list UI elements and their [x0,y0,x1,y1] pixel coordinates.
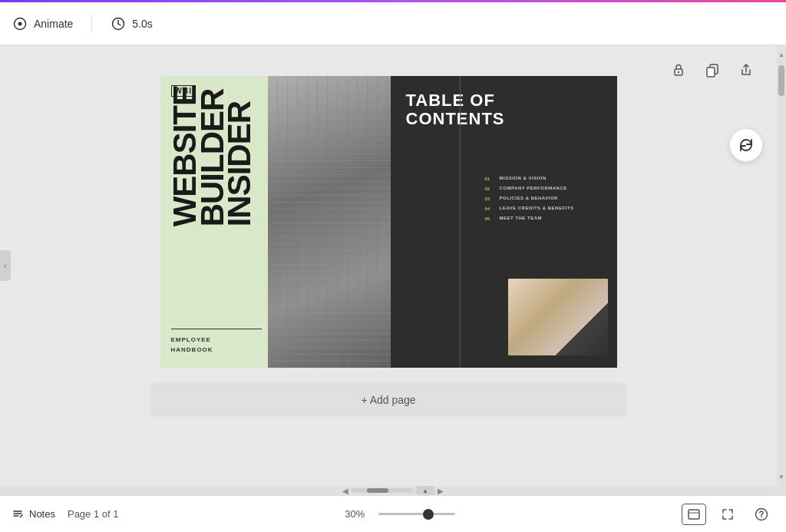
svg-rect-8 [707,68,715,77]
toc-header: TABLE OFCONTENTS [391,76,617,128]
refresh-button[interactable] [729,128,763,162]
subtitle-block: EMPLOYEE HANDBOOK [171,329,262,355]
add-page-button[interactable]: + Add page [150,383,626,417]
right-scroll-arrow[interactable]: ▶ [438,487,444,495]
notes-button[interactable]: Notes [12,508,55,520]
canvas-area: ‹ [0,45,777,486]
page-left[interactable]: WBI WEBSITEBUILDERINSIDER EMPLOYEE HANDB… [160,76,391,368]
scroll-up-arrow[interactable]: ▲ [777,47,786,62]
topbar: Animate 5.0s [0,2,786,45]
add-page-label: + Add page [361,394,415,406]
svg-line-4 [118,24,121,25]
topbar-divider [91,15,92,33]
svg-point-6 [678,71,679,73]
zoom-percentage: 30% [345,508,372,520]
text-column: WBI WEBSITEBUILDERINSIDER EMPLOYEE HANDB… [160,76,268,368]
statusbar: Notes Page 1 of 1 30% [0,495,786,532]
scroll-thumb[interactable] [778,65,784,96]
clock-icon [111,16,126,31]
duration-button[interactable]: 5.0s [111,16,152,31]
svg-rect-12 [689,510,699,519]
scroll-down-arrow[interactable]: ▼ [777,469,786,484]
page-left-content: WBI WEBSITEBUILDERINSIDER EMPLOYEE HANDB… [160,76,391,368]
page-indicator-button[interactable] [682,504,706,525]
statusbar-right [682,502,774,527]
toc-item-4: 04 LEAVE CREDITS & BENEFITS [485,206,608,211]
copy-button[interactable] [700,58,725,82]
building-texture [268,76,391,368]
zoom-slider-thumb[interactable] [423,509,434,520]
subtitle-line2: HANDBOOK [171,345,262,355]
animate-icon [12,16,28,31]
toc-photo-inner [508,279,608,355]
animate-button[interactable]: Animate [12,16,73,31]
toc-item-2: 02 COMPANY PERFORMANCE [485,186,608,191]
right-scrollbar[interactable]: ▲ ▼ [777,45,786,486]
expand-button[interactable] [715,502,740,527]
toc-photo [508,279,608,355]
page-info: Page 1 of 1 [68,508,119,520]
toc-items: 01 MISSION & VISION 02 COMPANY PERFORMAN… [485,176,608,226]
statusbar-center: 30% [345,508,455,520]
page-right[interactable]: TABLE OFCONTENTS 01 MISSION & VISION 02 … [391,76,617,368]
building-image [268,76,391,368]
left-panel-toggle[interactable]: ‹ [0,250,11,281]
pages-container: WBI WEBSITEBUILDERINSIDER EMPLOYEE HANDB… [160,76,617,368]
svg-point-15 [761,517,762,518]
toc-item-5: 05 MEET THE TEAM [485,216,608,221]
notes-label: Notes [29,508,55,520]
subtitle-line1: EMPLOYEE [171,335,262,345]
svg-point-1 [18,21,22,25]
toc-divider [460,76,461,368]
zoom-slider[interactable] [378,513,455,515]
main-area: ‹ [0,45,786,486]
share-button[interactable] [734,58,758,82]
help-button[interactable] [749,502,774,527]
bottom-scrollbar: ◀ ▲ ▶ [0,486,786,495]
duration-label: 5.0s [132,18,152,30]
canvas-toolbar [666,58,758,82]
main-title: WEBSITEBUILDERINSIDER [171,85,262,226]
animate-label: Animate [34,18,73,30]
toc-item-1: 01 MISSION & VISION [485,176,608,181]
lock-button[interactable] [666,58,691,82]
statusbar-left: Notes Page 1 of 1 [12,508,118,520]
left-scroll-arrow[interactable]: ◀ [342,487,348,495]
toc-item-3: 03 POLICIES & BEHAVIOR [485,196,608,201]
